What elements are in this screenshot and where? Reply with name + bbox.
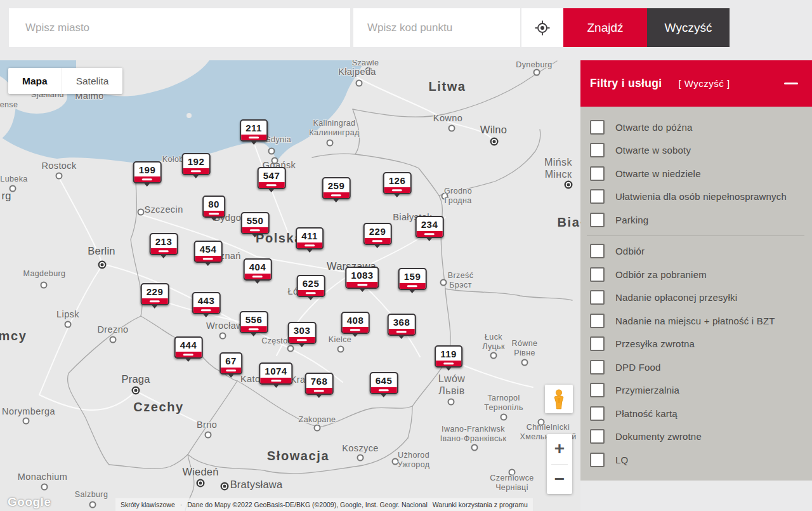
cluster-count: 229 — [142, 284, 168, 298]
cluster-count: 550 — [242, 213, 268, 227]
cluster-red-bar-icon — [400, 283, 426, 289]
filter-item-label: Nadanie opłaconej przesyłki — [615, 292, 737, 303]
point-code-input[interactable] — [353, 8, 520, 47]
cluster-marker[interactable]: 199 — [133, 161, 162, 183]
city-dot — [268, 148, 275, 155]
checkbox-unchecked[interactable] — [590, 120, 605, 135]
filter-item[interactable]: Odbiór — [580, 240, 812, 263]
filter-item[interactable]: Przesyłka zwrotna — [580, 333, 812, 356]
map-label: mcy — [0, 329, 27, 343]
checkbox-unchecked[interactable] — [590, 406, 605, 421]
cluster-marker[interactable]: 159 — [398, 268, 427, 290]
checkbox-unchecked[interactable] — [590, 453, 605, 467]
map-canvas[interactable]: Mapa Satelita + − Google Skróty klawiszo… — [0, 60, 580, 511]
cluster-red-bar-icon — [298, 290, 324, 296]
filter-item[interactable]: Odbiór za pobraniem — [580, 263, 812, 286]
cluster-marker[interactable]: 211 — [240, 119, 268, 142]
filter-item[interactable]: Otwarte w soboty — [580, 139, 812, 163]
filter-item[interactable]: LQ — [580, 448, 812, 472]
cluster-marker[interactable]: 67 — [219, 352, 242, 375]
filter-item[interactable]: Ułatwienia dla osób niepełnosprawnych — [580, 185, 812, 209]
cluster-marker[interactable]: 1074 — [259, 362, 292, 385]
filters-clear-link[interactable]: [ Wyczyść ] — [678, 78, 730, 89]
filter-item-label: Ułatwienia dla osób niepełnosprawnych — [615, 191, 787, 202]
zoom-in-button[interactable]: + — [547, 434, 572, 464]
cluster-marker[interactable]: 411 — [296, 227, 324, 249]
cluster-marker[interactable]: 645 — [370, 372, 398, 394]
checkbox-unchecked[interactable] — [590, 166, 605, 181]
checkbox-unchecked[interactable] — [590, 336, 605, 351]
keyboard-shortcuts-link[interactable]: Skróty klawiszowe — [121, 501, 175, 508]
cluster-red-bar-icon — [371, 387, 397, 393]
cluster-marker[interactable]: 443 — [192, 292, 221, 314]
cluster-marker[interactable]: 229 — [141, 283, 169, 305]
filter-item[interactable]: Płatność kartą — [580, 402, 812, 425]
cluster-red-bar-icon — [436, 361, 461, 366]
map-label: Magdeburg — [23, 269, 66, 278]
checkbox-unchecked[interactable] — [590, 143, 605, 157]
city-dot — [56, 173, 63, 180]
cluster-marker[interactable]: 80 — [202, 196, 225, 218]
checkbox-unchecked[interactable] — [590, 429, 605, 444]
cluster-marker[interactable]: 625 — [297, 275, 325, 297]
checkbox-unchecked[interactable] — [590, 360, 605, 375]
cluster-count: 213 — [151, 234, 177, 248]
cluster-marker[interactable]: 192 — [182, 153, 211, 175]
checkbox-unchecked[interactable] — [590, 383, 605, 397]
filters-panel: Filtry i usługi [ Wyczyść ] Otwarte do p… — [580, 60, 812, 481]
map-label: Wrocław — [206, 321, 243, 331]
checkbox-unchecked[interactable] — [590, 189, 605, 204]
cluster-marker[interactable]: 126 — [383, 172, 412, 194]
cluster-marker[interactable]: 404 — [244, 258, 272, 281]
filter-item[interactable]: Otwarte w niedziele — [580, 162, 812, 185]
cluster-marker[interactable]: 454 — [194, 241, 223, 263]
cluster-marker[interactable]: 368 — [388, 314, 416, 336]
cluster-marker[interactable]: 547 — [258, 167, 286, 189]
cluster-marker[interactable]: 1083 — [345, 267, 379, 289]
map-label: Kowno — [433, 113, 462, 123]
cluster-marker[interactable]: 303 — [288, 322, 317, 344]
map-label: TarnopolТернопіль — [484, 394, 523, 412]
checkbox-unchecked[interactable] — [590, 244, 605, 258]
filter-item[interactable]: Nadanie opłaconej przesyłki — [580, 286, 812, 310]
cluster-marker[interactable]: 259 — [322, 177, 351, 199]
find-button[interactable]: Znajdź — [563, 8, 647, 47]
cluster-marker[interactable]: 408 — [341, 312, 370, 334]
cluster-marker[interactable]: 234 — [416, 216, 444, 238]
cluster-marker[interactable]: 768 — [305, 373, 334, 395]
cluster-marker[interactable]: 556 — [240, 311, 268, 333]
filters-panel-header: Filtry i usługi [ Wyczyść ] — [580, 60, 812, 107]
cluster-count: 80 — [204, 197, 224, 211]
checkbox-unchecked[interactable] — [590, 267, 605, 282]
cluster-marker[interactable]: 119 — [435, 345, 462, 368]
filter-item-label: Odbiór — [615, 246, 645, 256]
filter-item[interactable]: Otwarte do późna — [580, 116, 812, 139]
cluster-marker[interactable]: 213 — [150, 233, 178, 255]
cluster-marker[interactable]: 229 — [363, 223, 392, 245]
checkbox-unchecked[interactable] — [590, 290, 605, 305]
tab-map[interactable]: Mapa — [8, 68, 62, 94]
city-dot-filled — [132, 387, 140, 395]
filter-item[interactable]: Przymierzalnia — [580, 379, 812, 402]
checkbox-unchecked[interactable] — [590, 213, 605, 227]
street-view-pegman-button[interactable] — [545, 385, 573, 413]
filter-item[interactable]: DPD Food — [580, 355, 812, 379]
city-dot — [65, 321, 72, 328]
tab-satellite[interactable]: Satelita — [62, 68, 123, 94]
geolocate-button[interactable] — [521, 8, 563, 47]
cluster-marker[interactable]: 444 — [174, 336, 203, 359]
zoom-out-button[interactable]: − — [547, 465, 572, 494]
filter-item[interactable]: Parking — [580, 208, 812, 232]
clear-button[interactable]: Wyczyść — [647, 8, 730, 47]
filter-item[interactable]: Dokumenty zwrotne — [580, 425, 812, 449]
cluster-red-bar-icon — [306, 388, 332, 394]
city-dot — [110, 336, 117, 343]
filter-item[interactable]: Nadanie na miejscu + płatność i BZT — [580, 309, 812, 333]
terms-of-use-link[interactable]: Warunki korzystania z programu — [433, 501, 528, 508]
zoom-control: + − — [547, 434, 572, 494]
filter-item-label: Otwarte w soboty — [615, 145, 691, 156]
collapse-minus-icon[interactable] — [784, 83, 798, 84]
cluster-marker[interactable]: 550 — [241, 212, 270, 234]
checkbox-unchecked[interactable] — [590, 314, 605, 328]
city-search-input[interactable] — [9, 8, 350, 47]
